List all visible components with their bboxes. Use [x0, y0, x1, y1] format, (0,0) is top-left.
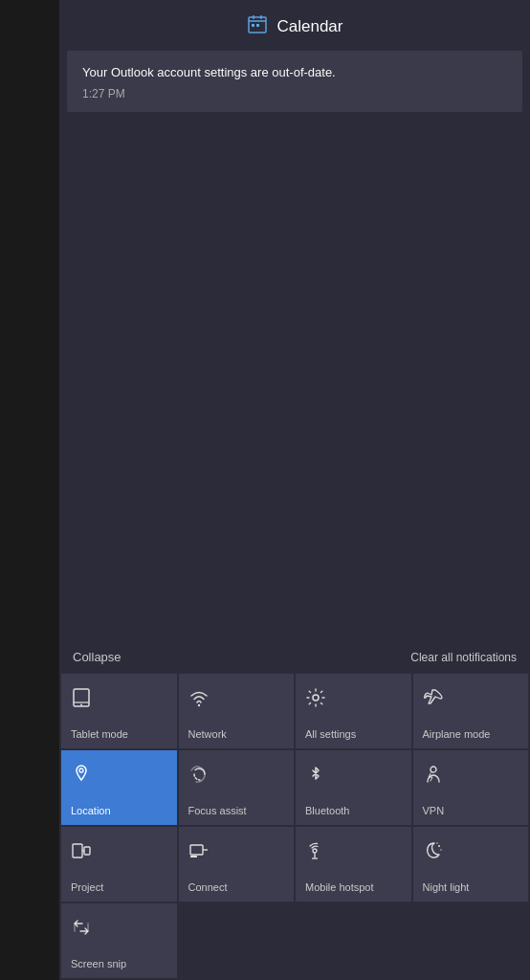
left-sidebar-strip [0, 0, 59, 980]
all-settings-label: All settings [305, 728, 356, 741]
focus-assist-label: Focus assist [188, 805, 247, 817]
project-label: Project [71, 881, 103, 894]
quick-tile-bluetooth[interactable]: Bluetooth [296, 750, 411, 825]
vpn-icon [423, 764, 444, 790]
screen-snip-label: Screen snip [71, 958, 126, 970]
vpn-label: VPN [423, 805, 445, 817]
svg-rect-13 [73, 844, 82, 858]
calendar-header: Calendar [59, 0, 530, 51]
location-icon [71, 764, 92, 790]
tablet-mode-label: Tablet mode [71, 728, 128, 741]
project-icon [71, 840, 92, 866]
bluetooth-label: Bluetooth [305, 805, 349, 817]
tablet-mode-icon [71, 687, 92, 713]
notification-card[interactable]: Your Outlook account settings are out-of… [67, 51, 522, 112]
calendar-title: Calendar [277, 17, 343, 36]
quick-tile-connect[interactable]: Connect [179, 827, 295, 902]
quick-tile-location[interactable]: Location [61, 750, 177, 825]
quick-tile-night-light[interactable]: Night light [413, 827, 529, 902]
night-light-label: Night light [423, 881, 470, 894]
quick-tile-focus-assist[interactable]: Focus assist [179, 750, 295, 825]
clear-all-button[interactable]: Clear all notifications [410, 651, 517, 664]
network-icon [188, 687, 210, 713]
notification-time: 1:27 PM [82, 87, 507, 100]
network-label: Network [188, 728, 227, 741]
svg-point-24 [436, 842, 437, 843]
collapse-button[interactable]: Collapse [73, 650, 121, 664]
quick-actions-grid: Tablet mode Network All se [59, 672, 530, 903]
quick-tile-network[interactable]: Network [179, 674, 295, 748]
quick-tile-all-settings[interactable]: All settings [296, 674, 411, 748]
night-light-icon [423, 840, 444, 866]
bottom-controls-bar: Collapse Clear all notifications [59, 640, 530, 672]
airplane-mode-label: Airplane mode [423, 728, 491, 741]
svg-rect-18 [190, 856, 197, 858]
mobile-hotspot-icon [305, 840, 326, 866]
svg-point-11 [79, 768, 83, 772]
quick-tile-mobile-hotspot[interactable]: Mobile hotspot [296, 827, 411, 902]
location-label: Location [71, 805, 111, 817]
svg-rect-5 [256, 24, 259, 27]
svg-rect-4 [252, 24, 254, 27]
calendar-icon [247, 13, 268, 39]
svg-point-9 [197, 704, 199, 706]
connect-icon [188, 840, 210, 866]
quick-tile-screen-snip[interactable]: Screen snip [61, 903, 177, 978]
svg-point-10 [313, 695, 319, 701]
svg-point-22 [438, 845, 440, 847]
focus-assist-icon [188, 764, 210, 790]
empty-notification-area [59, 120, 530, 640]
mobile-hotspot-label: Mobile hotspot [305, 881, 374, 894]
svg-point-12 [431, 767, 436, 772]
quick-tile-vpn[interactable]: VPN [413, 750, 529, 825]
svg-point-8 [80, 704, 82, 706]
screen-snip-icon [71, 917, 92, 943]
action-center-panel: Calendar Your Outlook account settings a… [59, 0, 530, 980]
svg-rect-14 [84, 847, 90, 855]
svg-rect-16 [190, 845, 203, 855]
bluetooth-icon [305, 764, 326, 790]
quick-tile-tablet-mode[interactable]: Tablet mode [61, 674, 177, 748]
svg-point-23 [440, 849, 441, 850]
connect-label: Connect [188, 881, 228, 894]
quick-tile-project[interactable]: Project [61, 827, 177, 902]
all-settings-icon [305, 687, 326, 713]
svg-point-19 [313, 849, 317, 853]
quick-actions-last-row: Screen snip [59, 903, 530, 980]
notification-title: Your Outlook account settings are out-of… [82, 64, 507, 81]
airplane-mode-icon [423, 687, 444, 713]
quick-tile-airplane-mode[interactable]: Airplane mode [413, 674, 529, 748]
svg-rect-6 [74, 689, 89, 706]
